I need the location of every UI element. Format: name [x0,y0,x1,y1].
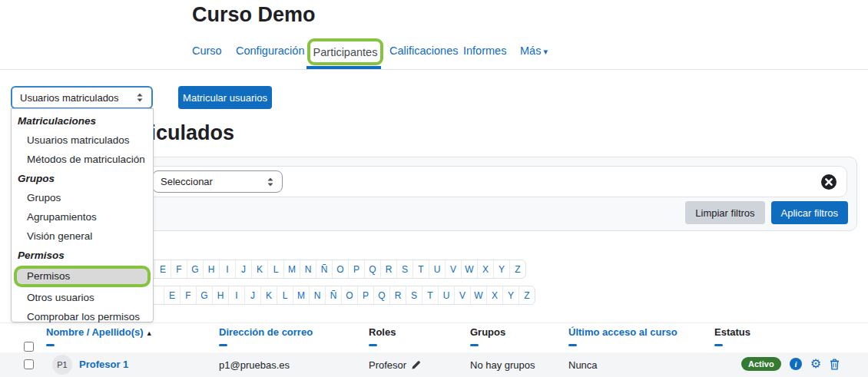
edit-roles-pencil-icon[interactable] [411,360,421,370]
header-roles: Roles [369,326,396,338]
initial-letter-link[interactable]: V [445,260,461,278]
header-name[interactable]: Nombre / Apellido(s)▲ [46,326,153,338]
initial-letter-link[interactable]: O [341,286,357,304]
initial-letter-link[interactable]: Y [493,260,509,278]
initial-letter-link[interactable]: H [212,286,228,304]
initial-letter-link[interactable]: S [396,260,412,278]
initial-letter-link[interactable]: O [332,260,348,278]
initial-letter-link[interactable]: J [235,260,251,278]
initial-letter-link[interactable]: X [486,286,502,304]
initial-letter-link[interactable]: S [406,286,422,304]
initial-letter-link[interactable]: U [429,260,445,278]
initial-letter-link[interactable]: T [422,286,438,304]
annotation-box-participantes: Participantes [307,38,383,65]
initial-letter-link[interactable]: N [309,286,325,304]
active-tab-underline [306,66,381,69]
initial-letter-link[interactable]: P [357,286,373,304]
initial-letter-link[interactable]: R [389,286,406,304]
header-email[interactable]: Dirección de correo [219,326,313,338]
unenrol-trash-icon[interactable] [830,359,840,370]
enrolment-dropdown-menu: Matriculaciones Usuarios matriculados Mé… [11,108,154,322]
initial-letter-link[interactable]: P [348,260,364,278]
initial-letter-link[interactable]: E [164,286,180,304]
header-last-access[interactable]: Último acceso al curso [568,326,678,338]
tab-informes[interactable]: Informes [463,45,506,57]
enrolment-method-select[interactable]: Usuarios matriculados [11,86,153,109]
initial-letter-link[interactable]: G [187,260,203,278]
initial-letter-link[interactable]: Ñ [325,286,341,304]
enrol-users-button[interactable]: Matricular usuarios [178,86,272,109]
initial-letter-link[interactable]: V [454,286,470,304]
initial-letter-link[interactable]: U [438,286,454,304]
select-user-checkbox[interactable] [24,359,34,369]
avatar[interactable]: P1 [52,355,72,375]
initial-letter-link[interactable]: N [300,260,316,278]
remove-filter-row-icon[interactable] [820,174,837,190]
course-title: Curso Demo [192,3,316,27]
tab-participantes[interactable]: Participantes [313,46,378,58]
initial-letter-link[interactable]: K [251,260,267,278]
filter-type-select-value: Seleccionar [161,176,213,187]
menu-item-metodos-de-matriculacion[interactable]: Métodos de matriculación [12,150,153,169]
tab-curso[interactable]: Curso [192,45,222,57]
tab-calificaciones[interactable]: Calificaciones [389,45,458,57]
collapse-roles-column-icon[interactable] [369,344,377,346]
tab-mas[interactable]: Más▾ [520,45,548,57]
initial-letter-link[interactable]: W [470,286,486,304]
select-all-checkbox[interactable] [24,342,34,352]
initial-letter-link[interactable]: Ñ [316,260,332,278]
menu-item-agrupamientos[interactable]: Agrupamientos [12,207,153,227]
initial-letter-link[interactable]: K [260,286,277,304]
initial-letter-link[interactable]: R [380,260,396,278]
enrolment-method-select-value: Usuarios matriculados [20,92,119,104]
initial-letter-link[interactable]: L [277,286,293,304]
initial-letter-link[interactable]: T [412,260,429,278]
initial-letter-link[interactable]: Y [502,286,518,304]
collapse-groups-column-icon[interactable] [470,344,479,346]
initial-letter-link[interactable]: F [171,260,187,278]
menu-item-otros-usuarios[interactable]: Otros usuarios [12,288,153,307]
user-groups: No hay grupos [470,359,535,371]
initial-letter-link[interactable]: E [154,260,171,278]
initial-letter-link[interactable]: X [477,260,493,278]
initial-letter-link[interactable]: I [219,260,235,278]
select-updown-icon [136,92,144,103]
menu-item-vision-general[interactable]: Visión general [12,227,153,246]
initial-letter-link[interactable]: L [267,260,283,278]
chevron-down-icon: ▾ [543,47,548,56]
clear-filters-button[interactable]: Limpiar filtros [685,201,764,224]
initial-letter-link[interactable]: G [196,286,212,304]
initial-letter-link[interactable]: Z [509,260,525,278]
filter-type-select[interactable]: Seleccionar [152,170,283,193]
apply-filters-button[interactable]: Aplicar filtros [771,201,848,224]
initial-letter-link[interactable]: I [228,286,244,304]
menu-item-usuarios-matriculados[interactable]: Usuarios matriculados [12,131,153,150]
initial-letter-link[interactable]: Q [364,260,380,278]
collapse-last-access-column-icon[interactable] [568,344,577,346]
initial-letter-link[interactable]: M [293,286,309,304]
initial-letter-link[interactable]: F [180,286,196,304]
user-name-link[interactable]: Profesor 1 [79,359,128,370]
menu-item-grupos[interactable]: Grupos [12,188,153,207]
edit-enrolment-gear-icon[interactable]: ⚙ [810,358,821,370]
select-updown-icon [267,177,274,187]
menu-item-comprobar-los-permisos[interactable]: Comprobar los permisos [12,307,153,326]
initial-letter-link[interactable]: Z [518,286,535,304]
initial-letter-link[interactable]: M [283,260,300,278]
enrolment-info-icon[interactable]: i [790,358,802,370]
menu-header-matriculaciones: Matriculaciones [12,111,153,131]
initial-letter-link[interactable]: W [461,260,477,278]
initial-letter-link[interactable]: J [244,286,260,304]
collapse-name-column-icon[interactable] [46,344,55,346]
table-row: P1 Profesor 1 p1@pruebas.es Profesor No … [0,352,868,377]
menu-header-permisos: Permisos [12,246,153,265]
tabbar-divider [0,69,868,70]
initial-letter-link[interactable]: H [203,260,219,278]
initial-letter-link[interactable]: Q [373,286,389,304]
collapse-email-column-icon[interactable] [219,344,227,346]
collapse-status-column-icon[interactable] [714,344,723,346]
menu-item-permisos[interactable]: Permisos [14,266,151,287]
header-groups: Grupos [470,326,505,338]
participants-table-header: Nombre / Apellido(s)▲ Dirección de corre… [0,322,868,352]
tab-configuracion[interactable]: Configuración [236,45,304,57]
